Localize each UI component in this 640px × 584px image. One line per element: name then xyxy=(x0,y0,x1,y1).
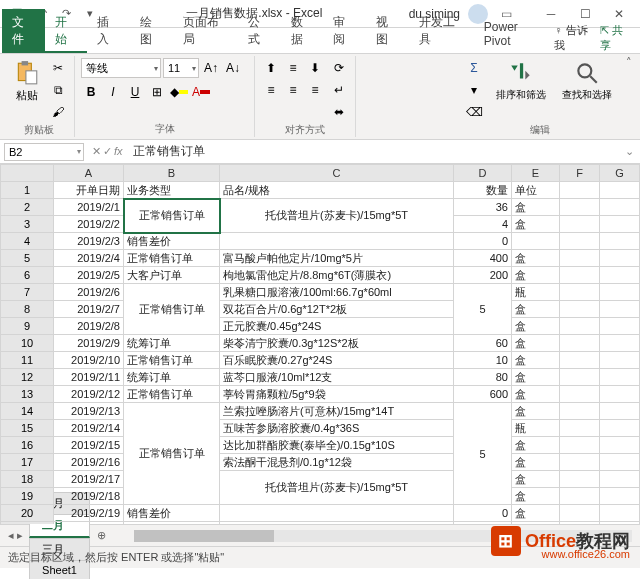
cell[interactable] xyxy=(600,403,640,420)
bold-button[interactable]: B xyxy=(81,82,101,102)
cell[interactable] xyxy=(600,386,640,403)
cell[interactable] xyxy=(560,318,600,335)
decrease-font-icon[interactable]: A↓ xyxy=(223,58,243,78)
cell[interactable]: 销售差价 xyxy=(124,233,220,250)
cell[interactable]: 盒 xyxy=(512,267,560,284)
cell[interactable] xyxy=(600,471,640,488)
cell[interactable]: 2019/2/7 xyxy=(54,301,124,318)
expand-formula-icon[interactable]: ⌄ xyxy=(619,145,640,158)
font-color-button[interactable]: A xyxy=(191,82,211,102)
align-left-icon[interactable]: ≡ xyxy=(261,80,281,100)
fill-icon[interactable]: ▾ xyxy=(464,80,484,100)
col-header-D[interactable]: D xyxy=(454,165,512,182)
cell[interactable] xyxy=(560,250,600,267)
cell-selected[interactable]: 正常销售订单 xyxy=(124,199,220,233)
row-header[interactable]: 2 xyxy=(1,199,54,216)
cell[interactable]: 盒 xyxy=(512,335,560,352)
cell[interactable] xyxy=(600,505,640,522)
cell[interactable]: 36 xyxy=(454,199,512,216)
paste-button[interactable]: 粘贴 xyxy=(10,58,44,105)
cell[interactable] xyxy=(600,437,640,454)
cell[interactable]: 富马酸卢帕他定片/10mg*5片 xyxy=(220,522,454,525)
cell[interactable]: 2019/2/10 xyxy=(54,352,124,369)
cell[interactable]: 2019/2/17 xyxy=(54,471,124,488)
cell[interactable]: 2019/2/14 xyxy=(54,420,124,437)
cell[interactable]: 5 xyxy=(454,284,512,335)
cell[interactable]: 5 xyxy=(454,403,512,505)
cell[interactable]: 2019/2/2 xyxy=(54,216,124,233)
row-header[interactable]: 19 xyxy=(1,488,54,505)
cell[interactable]: 枸地氯雷他定片/8.8mg*6T(薄膜衣) xyxy=(220,267,454,284)
autosum-icon[interactable]: Σ xyxy=(464,58,484,78)
cell[interactable]: 百乐眠胶囊/0.27g*24S xyxy=(220,352,454,369)
row-header[interactable]: 9 xyxy=(1,318,54,335)
col-header-E[interactable]: E xyxy=(512,165,560,182)
cell[interactable]: 瓶 xyxy=(512,420,560,437)
row-header[interactable]: 4 xyxy=(1,233,54,250)
cell[interactable]: 开单日期 xyxy=(54,182,124,199)
cell[interactable]: 400 xyxy=(454,522,512,525)
cell[interactable]: 正常销售订单 xyxy=(124,284,220,335)
cell[interactable] xyxy=(512,233,560,250)
cell[interactable]: 盒 xyxy=(512,250,560,267)
increase-font-icon[interactable]: A↑ xyxy=(201,58,221,78)
name-box[interactable]: B2 xyxy=(4,143,84,161)
cell[interactable]: 2019/2/9 xyxy=(54,335,124,352)
cell[interactable]: 数量 xyxy=(454,182,512,199)
cell[interactable] xyxy=(560,522,600,525)
cell[interactable]: 索法酮干混悬剂/0.1g*12袋 xyxy=(220,454,454,471)
cell[interactable]: 2019/2/6 xyxy=(54,284,124,301)
row-header[interactable]: 18 xyxy=(1,471,54,488)
align-top-icon[interactable]: ⬆ xyxy=(261,58,281,78)
cell[interactable]: 2019/2/18 xyxy=(54,488,124,505)
cell[interactable] xyxy=(560,199,600,216)
row-header[interactable]: 12 xyxy=(1,369,54,386)
sort-filter-button[interactable]: 排序和筛选 xyxy=(492,58,550,104)
cell[interactable]: 柴苓清宁胶囊/0.3g*12S*2板 xyxy=(220,335,454,352)
cell[interactable] xyxy=(600,250,640,267)
row-header[interactable]: 16 xyxy=(1,437,54,454)
cell[interactable] xyxy=(600,182,640,199)
cell[interactable]: 2019/2/12 xyxy=(54,386,124,403)
cell[interactable]: 业务类型 xyxy=(124,182,220,199)
cell[interactable]: 盒 xyxy=(512,488,560,505)
cell[interactable]: 2019/2/20 xyxy=(54,522,124,525)
cell[interactable]: 2019/2/4 xyxy=(54,250,124,267)
italic-button[interactable]: I xyxy=(103,82,123,102)
align-bottom-icon[interactable]: ⬇ xyxy=(305,58,325,78)
format-painter-icon[interactable]: 🖌 xyxy=(48,102,68,122)
cell[interactable] xyxy=(560,335,600,352)
tab-data[interactable]: 数据 xyxy=(281,9,324,53)
row-header[interactable]: 7 xyxy=(1,284,54,301)
cell[interactable] xyxy=(600,199,640,216)
cell[interactable]: 200 xyxy=(454,267,512,284)
align-middle-icon[interactable]: ≡ xyxy=(283,58,303,78)
cell[interactable] xyxy=(600,284,640,301)
cut-icon[interactable]: ✂ xyxy=(48,58,68,78)
cell[interactable]: 大客户订单 xyxy=(124,267,220,284)
col-header-F[interactable]: F xyxy=(560,165,600,182)
wrap-text-icon[interactable]: ↵ xyxy=(329,80,349,100)
tab-view[interactable]: 视图 xyxy=(366,9,409,53)
cell[interactable]: 2019/2/16 xyxy=(54,454,124,471)
cell[interactable]: 盒 xyxy=(512,352,560,369)
cell[interactable]: 达比加群酯胶囊(泰毕全)/0.15g*10S xyxy=(220,437,454,454)
clear-icon[interactable]: ⌫ xyxy=(464,102,484,122)
spreadsheet-grid[interactable]: ABCDEFG1开单日期业务类型品名/规格数量单位22019/2/1正常销售订单… xyxy=(0,164,640,524)
cell[interactable] xyxy=(600,216,640,233)
cell[interactable]: 正常销售订单 xyxy=(124,403,220,505)
cell[interactable] xyxy=(560,420,600,437)
cell[interactable] xyxy=(560,471,600,488)
col-header-G[interactable]: G xyxy=(600,165,640,182)
row-header[interactable]: 17 xyxy=(1,454,54,471)
cell[interactable] xyxy=(600,233,640,250)
cell[interactable]: 正常销售订单 xyxy=(124,250,220,267)
col-header-C[interactable]: C xyxy=(220,165,454,182)
font-name-combo[interactable]: 等线 xyxy=(81,58,161,78)
cell[interactable]: 2019/2/15 xyxy=(54,437,124,454)
cell[interactable]: 盒 xyxy=(512,386,560,403)
cell[interactable]: 盒 xyxy=(512,199,560,216)
tab-file[interactable]: 文件 xyxy=(2,9,45,53)
align-center-icon[interactable]: ≡ xyxy=(283,80,303,100)
collapse-ribbon-icon[interactable]: ˄ xyxy=(622,56,636,137)
